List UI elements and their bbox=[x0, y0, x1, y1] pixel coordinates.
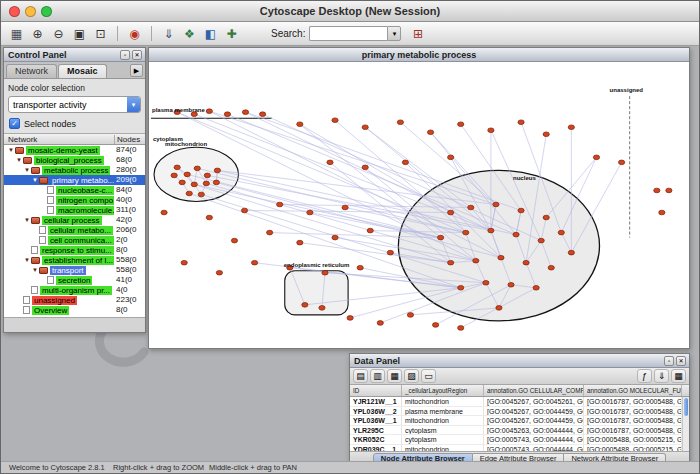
graph-node[interactable] bbox=[181, 260, 187, 265]
search-input[interactable] bbox=[309, 26, 387, 41]
graph-node[interactable] bbox=[432, 323, 438, 328]
zoom-fit-icon[interactable]: ⊡ bbox=[91, 24, 110, 43]
tree-collapse-icon[interactable]: ▼ bbox=[31, 177, 39, 183]
tree-header-network[interactable]: Network bbox=[4, 135, 114, 144]
graph-node[interactable] bbox=[387, 250, 393, 255]
window-titlebar[interactable]: Cytoscape Desktop (New Session) bbox=[1, 1, 699, 22]
tab-mosaic[interactable]: Mosaic bbox=[58, 64, 107, 78]
table-column-header[interactable]: annotation.GO MOLECULAR_FUNCTION bbox=[584, 385, 682, 396]
graph-node[interactable] bbox=[397, 120, 403, 125]
graph-node[interactable] bbox=[659, 210, 665, 215]
select-nodes-checkbox[interactable]: ✓ bbox=[9, 118, 20, 129]
vizmapper-icon[interactable]: ◧ bbox=[201, 24, 220, 43]
close-window-button[interactable] bbox=[9, 6, 20, 17]
graph-node[interactable] bbox=[558, 230, 564, 235]
table-scrollbar[interactable] bbox=[682, 397, 689, 451]
graph-node[interactable] bbox=[518, 120, 524, 125]
graph-node[interactable] bbox=[377, 321, 383, 326]
float-panel-icon[interactable]: ▫ bbox=[120, 50, 130, 60]
control-panel-titlebar[interactable]: Control Panel ▫ ✕ bbox=[4, 48, 145, 62]
network-tree-row[interactable]: cell communica...2(0 bbox=[4, 235, 145, 245]
graph-node[interactable] bbox=[241, 208, 247, 213]
network-overview-icon[interactable]: ⊞ bbox=[408, 24, 427, 43]
network-tree-row[interactable]: nitrogen compo...40(0 bbox=[4, 195, 145, 205]
create-attribute-icon[interactable]: ▦ bbox=[387, 369, 402, 383]
graph-node[interactable] bbox=[496, 306, 502, 311]
network-canvas[interactable]: plasma membranecytoplasmmitochondrionnuc… bbox=[149, 62, 689, 348]
graph-node[interactable] bbox=[508, 282, 514, 287]
graph-node[interactable] bbox=[448, 155, 454, 160]
network-tree-row[interactable]: macromolecule...311(0 bbox=[4, 205, 145, 215]
graph-node[interactable] bbox=[242, 110, 248, 115]
graph-node[interactable] bbox=[568, 125, 574, 130]
zoom-in-icon[interactable]: ⊕ bbox=[28, 24, 47, 43]
graph-node[interactable] bbox=[518, 208, 524, 213]
tree-collapse-icon[interactable]: ▼ bbox=[23, 257, 31, 263]
graph-node[interactable] bbox=[362, 165, 368, 170]
graph-node[interactable] bbox=[213, 180, 219, 185]
float-datapanel-icon[interactable]: ▫ bbox=[664, 356, 674, 366]
network-tree-row[interactable]: cellular metabo...206(0 bbox=[4, 225, 145, 235]
network-image-icon[interactable]: ▦ bbox=[7, 24, 26, 43]
search-dropdown-icon[interactable]: ▾ bbox=[387, 26, 401, 41]
graph-node[interactable] bbox=[458, 326, 464, 331]
graph-node[interactable] bbox=[483, 280, 489, 285]
network-tree-row[interactable]: ▼metabolic process280(0 bbox=[4, 165, 145, 175]
graph-node[interactable] bbox=[203, 181, 209, 186]
tree-collapse-icon[interactable]: ▼ bbox=[31, 267, 39, 273]
graph-node[interactable] bbox=[548, 265, 554, 270]
tree-collapse-icon[interactable]: ▼ bbox=[15, 157, 23, 163]
graph-node[interactable] bbox=[161, 210, 167, 215]
network-tree-row[interactable]: response to stimu...8(0 bbox=[4, 245, 145, 255]
zoom-selected-icon[interactable]: ▣ bbox=[70, 24, 89, 43]
graph-node[interactable] bbox=[427, 130, 433, 135]
table-row[interactable]: YKR052Ccytoplasm[GO:0005743, GO:0044444,… bbox=[350, 435, 689, 445]
graph-node[interactable] bbox=[332, 118, 338, 123]
graph-node[interactable] bbox=[533, 285, 539, 290]
graph-node[interactable] bbox=[342, 205, 348, 210]
network-tree-row[interactable]: ▼mosaic-demo-yeast874(0 bbox=[4, 145, 145, 155]
graph-node[interactable] bbox=[319, 306, 325, 311]
graph-node[interactable] bbox=[206, 215, 212, 220]
network-tree-row[interactable]: secretion41(0 bbox=[4, 275, 145, 285]
network-tree-row[interactable]: ▼establishment of l...558(0 bbox=[4, 255, 145, 265]
graph-node[interactable] bbox=[204, 173, 210, 178]
network-window-titlebar[interactable]: primary metabolic process bbox=[149, 48, 689, 62]
table-scrollbar-thumb[interactable] bbox=[684, 398, 688, 416]
tree-collapse-icon[interactable]: ▼ bbox=[23, 167, 31, 173]
graph-node[interactable] bbox=[666, 188, 672, 193]
graph-node[interactable] bbox=[448, 260, 454, 265]
zoom-window-button[interactable] bbox=[41, 6, 52, 17]
graph-node[interactable] bbox=[184, 172, 190, 177]
plugins-icon[interactable]: ✚ bbox=[222, 24, 241, 43]
network-tree-row[interactable]: nucleobase-c...84(0 bbox=[4, 185, 145, 195]
graph-node[interactable] bbox=[593, 155, 599, 160]
formula-builder-icon[interactable]: ƒ bbox=[637, 369, 652, 383]
graph-node[interactable] bbox=[493, 202, 499, 207]
graph-node[interactable] bbox=[654, 188, 660, 193]
graph-node[interactable] bbox=[297, 122, 303, 127]
graph-node[interactable] bbox=[619, 160, 625, 165]
network-tree-row[interactable]: Overview8(0 bbox=[4, 305, 145, 315]
graph-node[interactable] bbox=[322, 270, 328, 275]
graph-node[interactable] bbox=[267, 230, 273, 235]
graph-node[interactable] bbox=[543, 132, 549, 137]
table-row[interactable]: YLR295Ccytoplasm[GO:0045263, GO:0044444,… bbox=[350, 426, 689, 436]
graph-node[interactable] bbox=[214, 168, 220, 173]
tab-network[interactable]: Network bbox=[6, 64, 57, 78]
tab-scroll-right-icon[interactable]: ▶ bbox=[130, 64, 143, 77]
unselect-all-attributes-icon[interactable]: ▥ bbox=[370, 369, 385, 383]
graph-node[interactable] bbox=[523, 260, 529, 265]
graph-node[interactable] bbox=[463, 230, 469, 235]
select-all-attributes-icon[interactable]: ▤ bbox=[353, 369, 368, 383]
graph-node[interactable] bbox=[231, 238, 237, 243]
graph-node[interactable] bbox=[206, 109, 212, 114]
graph-node[interactable] bbox=[171, 173, 177, 178]
layout-icon[interactable]: ❖ bbox=[180, 24, 199, 43]
graph-node[interactable] bbox=[362, 125, 368, 130]
table-row[interactable]: YPL036W__2plasma membrane[GO:0045267, GO… bbox=[350, 407, 689, 417]
network-tree-row[interactable]: multi-organism pr...4(0 bbox=[4, 285, 145, 295]
graph-node[interactable] bbox=[513, 232, 519, 237]
graph-node[interactable] bbox=[357, 265, 363, 270]
graph-node[interactable] bbox=[179, 180, 185, 185]
